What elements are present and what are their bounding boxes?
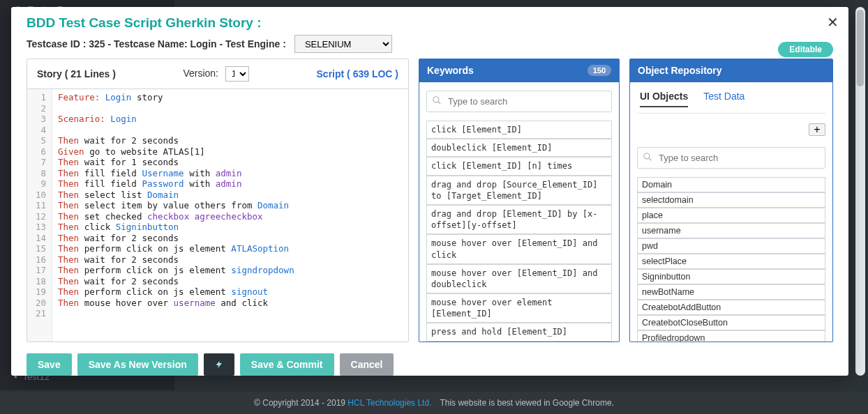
keyword-item[interactable]: mouse hover over element [Element_ID] xyxy=(426,293,612,323)
keywords-panel: Keywords 150 click [Element_ID]doublecli… xyxy=(419,59,620,342)
keyword-item[interactable]: drag and drop [Source_Element_ID] to [Ta… xyxy=(426,176,612,205)
ui-object-item[interactable]: Signinbutton xyxy=(637,269,825,284)
version-select[interactable]: 1 xyxy=(225,66,249,82)
object-repo-title: Object Repository xyxy=(638,65,722,76)
ui-object-item[interactable]: Profiledropdown xyxy=(637,330,825,342)
add-object-button[interactable]: + xyxy=(809,123,825,136)
ui-object-item[interactable]: pwd xyxy=(637,238,825,254)
ui-object-item[interactable]: selectPlace xyxy=(637,254,825,269)
line-gutter: 123456789101112131415161718192021 xyxy=(27,89,52,342)
svg-line-3 xyxy=(649,158,652,160)
modal-title: BDD Test Case Script Gherkin Story : xyxy=(27,15,833,31)
svg-line-1 xyxy=(438,101,441,104)
svg-point-0 xyxy=(433,96,439,102)
ui-object-item[interactable]: place xyxy=(637,208,825,223)
lightning-icon xyxy=(215,359,223,370)
gherkin-modal: ✕ BDD Test Case Script Gherkin Story : T… xyxy=(11,7,848,376)
quick-action-button[interactable] xyxy=(204,353,234,376)
script-loc-link[interactable]: Script ( 639 LOC ) xyxy=(317,68,398,79)
svg-point-2 xyxy=(644,153,650,158)
test-engine-select[interactable]: SELENIUM xyxy=(294,35,392,53)
keyword-item[interactable]: doubleclick [Element_ID] xyxy=(426,139,612,157)
repo-search-input[interactable] xyxy=(637,147,825,169)
keyword-item[interactable]: click [Element_ID] [n] times xyxy=(426,157,612,175)
keyword-item[interactable]: drag and drop [Element_ID] by [x-offset]… xyxy=(426,205,612,234)
close-icon[interactable]: ✕ xyxy=(827,14,839,31)
ui-object-item[interactable]: selectdomain xyxy=(637,192,825,208)
keywords-count-badge: 150 xyxy=(588,65,611,76)
object-repo-panel: Object Repository UI Objects Test Data +… xyxy=(629,59,833,342)
save-button[interactable]: Save xyxy=(27,353,72,376)
footer-copyright: © Copyright 2014 - 2019 xyxy=(254,398,345,408)
footer-company-link[interactable]: HCL Technologies Ltd. xyxy=(347,398,431,408)
save-commit-button[interactable]: Save & Commit xyxy=(240,353,334,376)
version-wrap: Version: 1 xyxy=(183,66,248,82)
story-editor-panel: Story ( 21 Lines ) Version: 1 Script ( 6… xyxy=(27,59,409,342)
page-scrollbar[interactable] xyxy=(855,7,865,376)
ui-object-item[interactable]: CreatebotAddButton xyxy=(637,300,825,315)
search-icon xyxy=(432,95,442,108)
keyword-item[interactable]: press and hold [Element_ID] xyxy=(426,323,612,341)
code-editor[interactable]: 123456789101112131415161718192021 Featur… xyxy=(27,89,408,342)
keyword-item[interactable]: mouse hover over [Element_ID] and click xyxy=(426,234,612,263)
testcase-id-name: Testcase ID : 325 - Testcase Name: Login… xyxy=(27,38,286,49)
story-lines-label: Story ( 21 Lines ) xyxy=(37,68,116,79)
modal-footer-buttons: Save Save As New Version Save & Commit C… xyxy=(11,349,848,376)
page-footer: © Copyright 2014 - 2019 HCL Technologies… xyxy=(0,392,868,414)
footer-note: This website is best viewed in Google Ch… xyxy=(440,398,613,408)
cancel-button[interactable]: Cancel xyxy=(340,353,394,376)
keyword-item[interactable]: click [Element_ID] xyxy=(426,121,612,139)
save-as-new-version-button[interactable]: Save As New Version xyxy=(77,353,198,376)
scrollbar-thumb[interactable] xyxy=(857,10,864,86)
ui-object-item[interactable]: newBotName xyxy=(637,284,825,300)
keyword-item[interactable]: release hold [Element_ID] xyxy=(426,342,612,342)
ui-object-item[interactable]: username xyxy=(637,223,825,238)
keywords-title: Keywords xyxy=(427,65,474,76)
ui-object-item[interactable]: Domain xyxy=(637,177,825,192)
version-label: Version: xyxy=(183,68,218,79)
modal-subtitle-row: Testcase ID : 325 - Testcase Name: Login… xyxy=(27,35,833,53)
keyword-item[interactable]: mouse hover over [Element_ID] and double… xyxy=(426,264,612,293)
search-icon xyxy=(643,152,652,164)
editable-badge[interactable]: Editable xyxy=(778,42,833,57)
tab-ui-objects[interactable]: UI Objects xyxy=(640,91,688,107)
keywords-search-input[interactable] xyxy=(426,91,612,112)
ui-object-item[interactable]: CreatebotCloseButton xyxy=(637,315,825,330)
modal-header: BDD Test Case Script Gherkin Story : Tes… xyxy=(11,7,848,59)
code-content[interactable]: Feature: Login story Scenario: Login The… xyxy=(52,89,300,342)
tab-test-data[interactable]: Test Data xyxy=(703,91,744,107)
